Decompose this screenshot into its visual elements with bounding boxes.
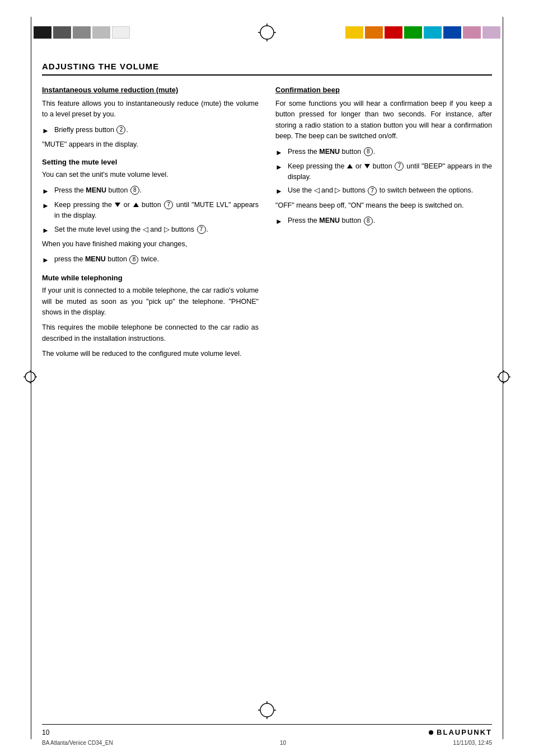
off-means-text: "OFF" means beep off, "ON" means the bee…: [275, 200, 492, 211]
two-column-layout: Instantaneous volume reduction (mute) Th…: [42, 86, 492, 364]
beep-bullet-step1: ► Press the MENU button 8.: [275, 147, 492, 158]
swatch-gray: [73, 26, 91, 39]
mute-tel-para3: The volume will be reduced to the config…: [42, 349, 259, 359]
circle-2: 2: [116, 125, 125, 134]
footer-brand: BLAUPUNKT: [429, 728, 492, 736]
beep-text-s2: Keep pressing the or button 7 until "BEE…: [288, 161, 492, 183]
mute-tel-para2: This requires the mobile telephone be co…: [42, 322, 259, 344]
beep-arrow-s1: ►: [275, 147, 285, 158]
bullet-arrow-s2: ►: [42, 200, 52, 212]
swatch-orange: [365, 26, 383, 39]
bullet-text-s3: Set the mute level using the ◁ and ▷ but…: [54, 224, 259, 235]
svg-point-10: [499, 372, 509, 382]
bullet-arrow-s4: ►: [42, 255, 52, 266]
swatch-red: [385, 26, 402, 39]
circle-8-s1: 8: [130, 186, 139, 195]
swatch-darkgray: [53, 26, 71, 39]
triangle-down-icon: [115, 203, 120, 207]
triangle-up-icon: [133, 203, 139, 207]
beep-bullet-step2: ► Keep pressing the or button 7 until "B…: [275, 161, 492, 183]
mute-display-text: "MUTE" appears in the display.: [42, 139, 259, 150]
bullet-text-s1: Press the MENU button 8.: [54, 185, 259, 196]
brand-name: BLAUPUNKT: [437, 728, 492, 736]
beep-circle-7-s3: 7: [368, 186, 377, 195]
meta-center: 10: [280, 740, 286, 746]
meta-right: 11/11/03, 12:45: [453, 740, 492, 746]
footer-area: 10 BLAUPUNKT: [42, 724, 492, 736]
color-bar-left: [34, 26, 130, 39]
beep-bullet-step3: ► Use the ◁ and ▷ buttons 7 to switch be…: [275, 185, 492, 197]
section-header-mute: Instantaneous volume reduction (mute): [42, 86, 259, 94]
bullet-arrow-1: ►: [42, 125, 52, 137]
beep-text-s1: Press the MENU button 8.: [288, 147, 492, 157]
svg-point-0: [260, 26, 274, 39]
circle-7-s2: 7: [164, 200, 173, 209]
meta-left: BA Atlanta/Venice CD34_EN: [42, 740, 113, 746]
section-header-beep: Confirmation beep: [275, 86, 492, 94]
swatch-black: [34, 26, 51, 39]
bullet-arrow-s1: ►: [42, 186, 52, 197]
crosshair-left: [24, 370, 37, 386]
main-content: ADJUSTING THE VOLUME Instantaneous volum…: [42, 62, 492, 700]
mute-tel-para1: If your unit is connected to a mobile te…: [42, 285, 259, 318]
when-finished-text: When you have finished making your chang…: [42, 239, 259, 250]
footer-page-number: 10: [42, 729, 49, 736]
svg-point-5: [25, 372, 35, 382]
swatch-yellow: [345, 26, 363, 39]
footer-line: 10 BLAUPUNKT: [42, 724, 492, 736]
swatch-pink: [463, 26, 481, 39]
beep-arrow-s4: ►: [275, 216, 285, 227]
bullet-step4: ► press the MENU button 8 twice.: [42, 254, 259, 266]
beep-text-s4: Press the MENU button 8.: [288, 215, 492, 226]
brand-dot: [429, 730, 433, 735]
right-column: Confirmation beep For some functions you…: [275, 86, 492, 364]
swatch-green: [404, 26, 422, 39]
bullet-briefly-press: ► Briefly press button 2.: [42, 125, 259, 137]
beep-text-s3: Use the ◁ and ▷ buttons 7 to switch betw…: [288, 185, 492, 196]
bullet-arrow-s3: ►: [42, 225, 52, 236]
swatch-blue: [443, 26, 461, 39]
swatch-white: [112, 26, 130, 39]
mute-intro-para: This feature allows you to instantaneous…: [42, 98, 259, 120]
setting-mute-intro: You can set the unit's mute volume level…: [42, 170, 259, 180]
left-column: Instantaneous volume reduction (mute) Th…: [42, 86, 259, 364]
setting-mute-header: Setting the mute level: [42, 158, 259, 166]
svg-point-15: [260, 703, 274, 717]
beep-triangle-up: [347, 164, 353, 168]
swatch-lavender: [483, 26, 500, 39]
beep-bullet-step4: ► Press the MENU button 8.: [275, 215, 492, 227]
bullet-text-s2: Keep pressing the or button 7 until "MUT…: [54, 200, 259, 222]
bullet-step3: ► Set the mute level using the ◁ and ▷ b…: [42, 224, 259, 236]
crosshair-right: [497, 370, 510, 386]
page-container: ADJUSTING THE VOLUME Instantaneous volum…: [0, 0, 534, 756]
beep-circle-8-s1: 8: [364, 147, 373, 156]
beep-intro-para: For some functions you will hear a confi…: [275, 98, 492, 142]
swatch-lightgray: [92, 26, 110, 39]
beep-triangle-down: [364, 164, 370, 168]
bullet-text-1: Briefly press button 2.: [54, 125, 259, 135]
beep-circle-7-s2: 7: [395, 162, 404, 171]
bullet-text-s4: press the MENU button 8 twice.: [54, 254, 259, 265]
beep-arrow-s2: ►: [275, 162, 285, 173]
mute-telephoning-header: Mute while telephoning: [42, 274, 259, 282]
color-bar-right: [345, 26, 500, 39]
circle-7-s3: 7: [197, 225, 206, 234]
beep-circle-8-s4: 8: [364, 217, 373, 226]
meta-line: BA Atlanta/Venice CD34_EN 10 11/11/03, 1…: [42, 740, 492, 746]
crosshair-bottom: [258, 701, 276, 722]
bullet-step1: ► Press the MENU button 8.: [42, 185, 259, 197]
page-title: ADJUSTING THE VOLUME: [42, 62, 159, 71]
circle-8-s4: 8: [129, 255, 138, 264]
bullet-step2: ► Keep pressing the or button 7 until "M…: [42, 200, 259, 222]
beep-arrow-s3: ►: [275, 186, 285, 197]
swatch-cyan: [424, 26, 442, 39]
crosshair-top: [256, 17, 278, 48]
page-title-section: ADJUSTING THE VOLUME: [42, 62, 492, 76]
